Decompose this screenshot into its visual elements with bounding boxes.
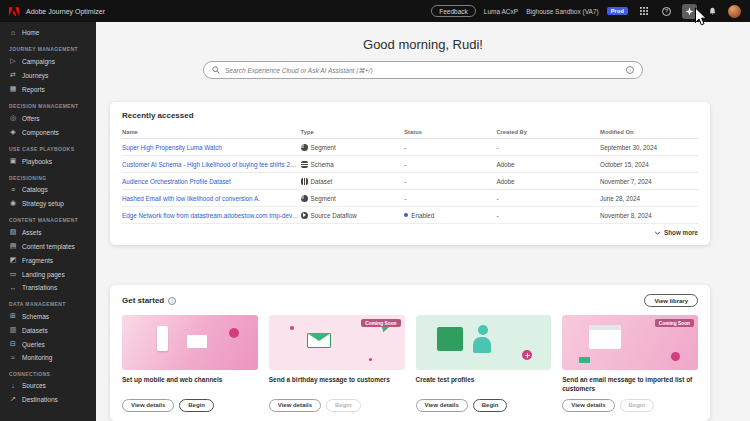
sidebar-item-queries[interactable]: ⊟ Queries (0, 337, 96, 351)
sidebar-item-fragments[interactable]: ◩ Fragments (0, 253, 96, 267)
sidebar-section-decisioning: DECISIONING (0, 168, 96, 183)
sidebar-section-connections: CONNECTIONS (0, 364, 96, 379)
sidebar-item-translations[interactable]: ↔ Translations (0, 281, 96, 294)
env-badge: Prod (607, 7, 628, 15)
components-icon: ◈ (9, 128, 17, 136)
browser-window-shape (589, 325, 621, 349)
destinations-icon: ↗ (9, 395, 17, 403)
table-row[interactable]: Edge Network flow from datastream.adobes… (122, 207, 698, 224)
sidebar-item-campaigns[interactable]: ▷ Campaigns (0, 54, 96, 68)
monitoring-icon: ≈ (9, 354, 17, 361)
source-dataflow-icon (301, 212, 308, 219)
chevron-down-icon (654, 231, 661, 235)
feedback-button[interactable]: Feedback (431, 5, 476, 17)
row-name-link[interactable]: Edge Network flow from datastream.adobes… (122, 212, 301, 219)
created-by-cell: - (496, 139, 600, 156)
sidebar-item-label: Strategy setup (22, 200, 64, 207)
sidebar-item-label: Journeys (22, 72, 48, 79)
modified-on-cell: October 15, 2024 (600, 156, 698, 173)
created-by-cell: - (496, 207, 600, 224)
adobe-logo-icon[interactable] (9, 7, 19, 16)
status-cell: - (404, 190, 496, 207)
recently-accessed-title: Recently accessed (122, 111, 698, 120)
sidebar-item-label: Components (22, 129, 59, 136)
sidebar-item-playbooks[interactable]: ▣ Playbooks (0, 154, 96, 168)
modified-on-cell: September 30, 2024 (600, 139, 698, 156)
recently-accessed-table: Name Type Status Created By Modified On … (122, 126, 698, 224)
row-name-link[interactable]: Customer AI Schema - High Likelihood of … (122, 161, 300, 168)
panel-shape (187, 335, 207, 348)
begin-button[interactable]: Begin (179, 399, 214, 412)
sidebar-item-offers[interactable]: ◎ Offers (0, 111, 96, 125)
circle-shape (671, 352, 680, 361)
view-details-button[interactable]: View details (416, 399, 468, 412)
user-avatar[interactable] (728, 5, 741, 18)
plus-icon (522, 350, 532, 360)
circle-shape (229, 328, 239, 338)
sidebar-item-label: Monitoring (22, 354, 52, 361)
recently-accessed-card: Recently accessed Name Type Status Creat… (110, 102, 710, 245)
sidebar-item-datasets[interactable]: ▥ Datasets (0, 323, 96, 337)
column-header-name: Name (122, 126, 301, 139)
modified-on-cell: November 8, 2024 (600, 207, 698, 224)
sidebar-item-destinations[interactable]: ↗ Destinations (0, 392, 96, 406)
apps-grid-icon[interactable] (636, 4, 651, 19)
rect-shape (437, 327, 463, 351)
playbooks-icon: ▣ (9, 157, 17, 165)
get-started-card-item: Set up mobile and web channels View deta… (122, 315, 258, 412)
table-row[interactable]: Audience Orchestration Profile Dataset D… (122, 173, 698, 190)
sidebar-item-content-templates[interactable]: ▤ Content templates (0, 239, 96, 253)
sidebar-item-components[interactable]: ◈ Components (0, 125, 96, 139)
row-name-link[interactable]: Hashed Email with low likelihood of conv… (122, 195, 260, 202)
view-library-button[interactable]: View library (644, 294, 698, 307)
row-name-link[interactable]: Super High Propensity Luma Watch (122, 144, 222, 151)
sidebar-item-monitoring[interactable]: ≈ Monitoring (0, 351, 96, 364)
sidebar-item-journeys[interactable]: ⇄ Journeys (0, 68, 96, 82)
dot-shape (290, 326, 294, 330)
sidebar-item-catalogs[interactable]: ≡ Catalogs (0, 183, 96, 196)
get-started-info-icon[interactable]: i (168, 297, 176, 305)
get-started-card-item: Coming Soon Send a birthday message to c… (269, 315, 405, 412)
sidebar-item-home[interactable]: ⌂ Home (0, 26, 96, 39)
catalogs-icon: ≡ (9, 186, 17, 193)
notifications-bell-icon[interactable] (705, 4, 720, 19)
greeting-heading: Good morning, Rudi! (96, 37, 750, 52)
created-by-cell: Adobe (496, 173, 600, 190)
envelope-flap-shape (307, 333, 331, 341)
sidebar-item-reports[interactable]: ▦ Reports (0, 82, 96, 96)
coming-soon-badge: Coming Soon (655, 319, 694, 327)
sidebar-item-label: Landing pages (22, 271, 65, 278)
table-row[interactable]: Customer AI Schema - High Likelihood of … (122, 156, 698, 173)
sidebar-item-label: Schemas (22, 313, 49, 320)
org-switcher[interactable]: Luma ACxP (484, 8, 518, 15)
created-by-cell: - (496, 190, 600, 207)
topbar-right-group: Feedback Luma ACxP Bighouse Sandbox (VA7… (431, 4, 741, 19)
sidebar-section-journey-management: JOURNEY MANAGEMENT (0, 39, 96, 54)
get-started-card: Get started i View library Set up mobile… (110, 285, 710, 421)
sidebar-item-label: Sources (22, 382, 46, 389)
ai-assistant-icon[interactable] (682, 4, 697, 19)
sidebar-item-assets[interactable]: ▧ Assets (0, 225, 96, 239)
view-details-button[interactable]: View details (269, 399, 321, 412)
offers-icon: ◎ (9, 114, 17, 122)
sidebar-item-schemas[interactable]: ⊞ Schemas (0, 309, 96, 323)
search-input[interactable] (225, 67, 621, 74)
begin-button[interactable]: Begin (473, 399, 508, 412)
dot-shape (369, 358, 372, 361)
search-bar[interactable]: i (203, 61, 643, 79)
view-details-button[interactable]: View details (122, 399, 174, 412)
help-icon[interactable]: ? (659, 4, 674, 19)
top-bar: Adobe Journey Optimizer Feedback Luma AC… (0, 0, 750, 22)
show-more-button[interactable]: Show more (122, 229, 698, 236)
sandbox-switcher[interactable]: Bighouse Sandbox (VA7) (526, 8, 599, 15)
row-name-link[interactable]: Audience Orchestration Profile Dataset (122, 178, 231, 185)
view-details-button[interactable]: View details (562, 399, 614, 412)
sidebar-item-strategy-setup[interactable]: ◉ Strategy setup (0, 196, 96, 210)
sidebar-item-landing-pages[interactable]: ▭ Landing pages (0, 267, 96, 281)
table-row[interactable]: Hashed Email with low likelihood of conv… (122, 190, 698, 207)
search-info-icon[interactable]: i (626, 66, 634, 74)
schema-icon (301, 161, 308, 168)
table-row[interactable]: Super High Propensity Luma Watch Segment… (122, 139, 698, 156)
sidebar-item-sources[interactable]: ↓ Sources (0, 379, 96, 392)
landing-pages-icon: ▭ (9, 270, 17, 278)
